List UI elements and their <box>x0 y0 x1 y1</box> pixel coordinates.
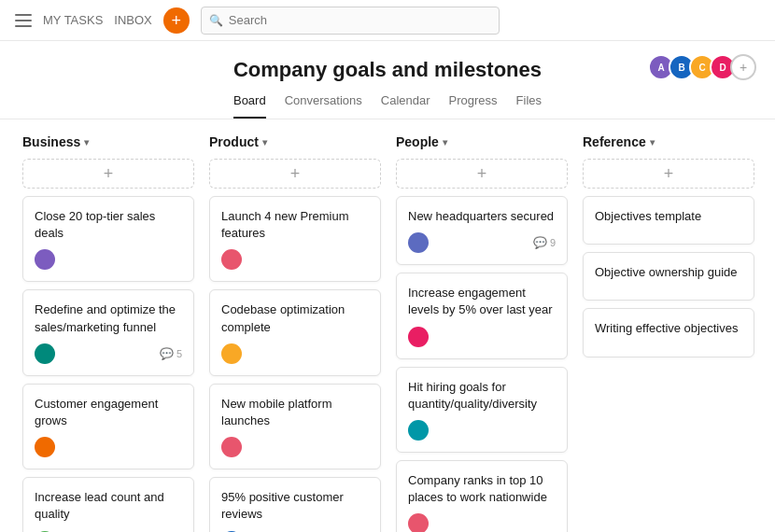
card[interactable]: Writing effective objectives <box>583 308 754 357</box>
avatar <box>408 513 429 532</box>
card[interactable]: Hit hiring goals for quantity/quality/di… <box>396 367 568 453</box>
card[interactable]: Increase lead count and quality <box>22 477 194 532</box>
tab-board[interactable]: Board <box>233 93 266 119</box>
card-title: Objectives template <box>595 208 742 225</box>
top-nav: MY TASKS INBOX + 🔍 <box>0 0 775 41</box>
card-title: 95% positive customer reviews <box>221 489 369 523</box>
menu-icon[interactable] <box>15 14 32 27</box>
add-card-business[interactable]: + <box>22 159 194 189</box>
card-title: Increase engagement levels by 5% over la… <box>408 285 556 318</box>
column-title-business: Business <box>22 134 80 149</box>
card-title: Customer engagement grows <box>35 396 182 429</box>
comment-icon: 💬 <box>533 236 547 249</box>
avatar <box>35 437 55 457</box>
card[interactable]: Increase engagement levels by 5% over la… <box>396 273 568 358</box>
comment-count: 💬 5 <box>160 347 182 360</box>
column-title-reference: Reference <box>583 134 646 149</box>
column-header-product: Product ▾ <box>209 134 381 149</box>
comment-number: 9 <box>550 237 556 248</box>
tab-progress[interactable]: Progress <box>449 93 498 119</box>
card-title: Increase lead count and quality <box>35 489 182 523</box>
card-footer <box>35 437 182 457</box>
card[interactable]: 95% positive customer reviews 💬 2 <box>209 477 381 532</box>
column-title-people: People <box>396 134 439 149</box>
avatar <box>35 249 55 270</box>
card[interactable]: Company ranks in top 10 places to work n… <box>396 460 568 532</box>
tab-files[interactable]: Files <box>516 93 542 119</box>
comment-icon: 💬 <box>160 347 174 360</box>
card[interactable]: Objectives template <box>583 196 754 245</box>
card-footer <box>408 513 556 532</box>
chevron-down-icon: ▾ <box>650 137 655 147</box>
card[interactable]: New headquarters secured 💬 9 <box>396 196 568 265</box>
avatar <box>35 343 55 364</box>
column-reference: Reference ▾ + Objectives template Object… <box>575 134 762 532</box>
card-title: New mobile platform launches <box>221 396 369 429</box>
card-title: New headquarters secured <box>408 208 556 225</box>
card-footer <box>408 327 556 347</box>
card-title: Company ranks in top 10 places to work n… <box>408 472 556 506</box>
page-header: Company goals and milestones A B C D + B… <box>0 41 775 119</box>
card-title: Launch 4 new Premium features <box>221 208 369 242</box>
add-button[interactable]: + <box>163 7 190 34</box>
card[interactable]: Close 20 top-tier sales deals <box>22 196 194 282</box>
avatar <box>221 249 242 270</box>
card-footer <box>221 343 369 364</box>
page-tabs: Board Conversations Calendar Progress Fi… <box>0 93 775 119</box>
card[interactable]: New mobile platform launches <box>209 384 381 469</box>
my-tasks-link[interactable]: MY TASKS <box>43 13 103 27</box>
card-footer <box>35 249 182 270</box>
search-input[interactable] <box>229 13 491 27</box>
card[interactable]: Codebase optimization complete <box>209 289 381 375</box>
add-card-reference[interactable]: + <box>583 159 754 189</box>
avatar <box>408 232 429 253</box>
add-card-people[interactable]: + <box>396 159 568 189</box>
search-icon: 🔍 <box>209 14 223 27</box>
card-title: Codebase optimization complete <box>221 301 369 335</box>
card-title: Objective ownership guide <box>595 264 742 281</box>
comment-number: 5 <box>176 348 182 359</box>
card[interactable]: Objective ownership guide <box>583 252 754 301</box>
column-business: Business ▾ + Close 20 top-tier sales dea… <box>15 134 202 532</box>
card-footer <box>408 420 556 441</box>
avatar <box>408 327 429 347</box>
inbox-link[interactable]: INBOX <box>114 13 151 27</box>
card[interactable]: Customer engagement grows <box>22 384 194 469</box>
tab-calendar[interactable]: Calendar <box>381 93 430 119</box>
column-product: Product ▾ + Launch 4 new Premium feature… <box>202 134 388 532</box>
column-header-business: Business ▾ <box>22 134 194 149</box>
chevron-down-icon: ▾ <box>84 137 89 147</box>
column-title-product: Product <box>209 134 259 149</box>
avatar <box>221 343 242 364</box>
card-title: Close 20 top-tier sales deals <box>35 208 182 242</box>
card-footer: 💬 5 <box>35 343 182 364</box>
card-title: Redefine and optimize the sales/marketin… <box>35 301 182 335</box>
column-header-people: People ▾ <box>396 134 568 149</box>
card-title: Writing effective objectives <box>595 320 742 337</box>
card-title: Hit hiring goals for quantity/quality/di… <box>408 379 556 413</box>
card-footer: 💬 9 <box>408 232 556 253</box>
tab-conversations[interactable]: Conversations <box>285 93 362 119</box>
board: Business ▾ + Close 20 top-tier sales dea… <box>0 119 775 532</box>
add-member-button[interactable]: + <box>730 54 756 80</box>
avatar <box>221 437 242 457</box>
column-people: People ▾ + New headquarters secured 💬 9 … <box>388 134 575 532</box>
card[interactable]: Redefine and optimize the sales/marketin… <box>22 289 194 375</box>
chevron-down-icon: ▾ <box>443 137 447 147</box>
comment-count: 💬 9 <box>533 236 556 249</box>
chevron-down-icon: ▾ <box>262 137 267 147</box>
column-header-reference: Reference ▾ <box>583 134 754 149</box>
card-footer <box>221 437 369 457</box>
search-bar: 🔍 <box>201 7 500 35</box>
avatar <box>408 420 429 441</box>
add-card-product[interactable]: + <box>209 159 381 189</box>
card-footer <box>221 249 369 270</box>
card[interactable]: Launch 4 new Premium features <box>209 196 381 282</box>
avatar-group: A B C D + <box>648 54 756 80</box>
